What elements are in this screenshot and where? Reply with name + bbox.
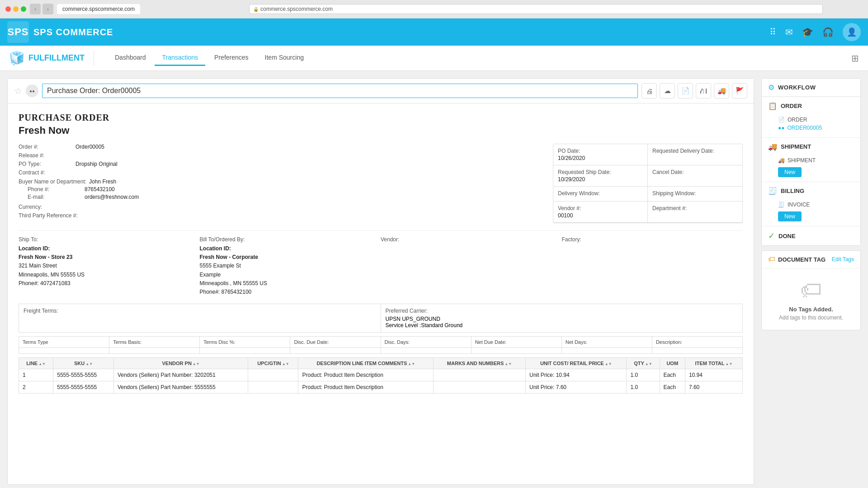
cell-uom: Each — [660, 369, 685, 381]
col-line[interactable]: LINE▲▼ — [19, 358, 53, 369]
lock-icon: 🔒 — [253, 7, 259, 12]
back-button[interactable]: ‹ — [30, 4, 41, 14]
billing-section: 🧾 BILLING 🧾 INVOICE New — [762, 182, 860, 226]
close-dot[interactable] — [5, 6, 11, 12]
toolbar-actions: 🖨 ☁ 📄 ⛙ 🚚 🚩 — [642, 83, 747, 99]
shipment-new-button[interactable]: New — [778, 167, 802, 177]
vendor-num-cell: Vendor #: 00100 — [553, 202, 648, 223]
bill-to-col: Bill To/Ordered By: Location ID: Fresh N… — [200, 236, 381, 296]
factory-col: Factory: — [562, 236, 743, 296]
tab-area: commerce.spscommerce.com — [57, 4, 245, 14]
cell-sku: 5555-5555-5555 — [53, 381, 114, 394]
document-button[interactable]: 📄 — [678, 83, 693, 99]
col-description[interactable]: DESCRIPTION LINE ITEM COMMENTS▲▼ — [298, 358, 434, 369]
window-controls — [5, 6, 26, 12]
order-doc-link: 📄 ORDER — [778, 117, 854, 123]
currency-row: Currency: — [19, 204, 544, 210]
top-navigation: SPS SPS COMMERCE ⠿ ✉ 🎓 🎧 👤 — [0, 19, 868, 46]
cell-uom: Each — [660, 381, 685, 394]
col-sku[interactable]: SKU▲▼ — [53, 358, 114, 369]
support-icon[interactable]: 🎧 — [822, 27, 834, 38]
order-link[interactable]: ●● ORDER00005 — [778, 125, 854, 131]
user-avatar[interactable]: 👤 — [843, 23, 861, 41]
order-section-body: 📄 ORDER ●● ORDER00005 — [762, 115, 860, 137]
nav-links: Dashboard Transactions Preferences Item … — [108, 50, 851, 66]
cell-item-total: 7.60 — [685, 381, 742, 394]
fulfillment-logo: 🧊 FULFILLMENT — [9, 51, 94, 66]
edit-tags-link[interactable]: Edit Tags — [832, 256, 854, 263]
description-header: Description: — [652, 337, 742, 347]
delivery-window-cell: Delivery Window: — [553, 187, 648, 202]
terms-disc-header: Terms Disc %: — [200, 337, 290, 347]
cell-unit-price: Unit Price: 7.60 — [526, 381, 627, 394]
learn-icon[interactable]: 🎓 — [802, 27, 813, 38]
invoice-doc-icon: 🧾 — [778, 202, 785, 208]
flag-button[interactable]: 🚩 — [732, 83, 747, 99]
nav-preferences[interactable]: Preferences — [207, 50, 255, 66]
truck-icon: 🚚 — [768, 142, 777, 151]
favorite-button[interactable]: ☆ — [14, 85, 22, 96]
doc-type-badge: ●● — [26, 84, 38, 97]
active-tab[interactable]: commerce.spscommerce.com — [57, 4, 140, 14]
shipment-section-header: 🚚 SHIPMENT — [762, 138, 860, 155]
forward-button[interactable]: › — [42, 4, 53, 14]
email-value: orders@freshnow.com — [85, 194, 139, 200]
contract-row: Contract #: — [19, 169, 544, 176]
shipment-doc-link: 🚚 SHIPMENT — [778, 157, 854, 164]
col-item-total[interactable]: ITEM TOTAL▲▼ — [685, 358, 742, 369]
email-label: E-mail: — [28, 194, 82, 200]
order-section: 📋 ORDER 📄 ORDER ●● ORDER00005 — [762, 97, 860, 137]
terms-type-header: Terms Type — [19, 337, 109, 347]
workflow-panel: ⚙ WORKFLOW 📋 ORDER 📄 ORDER ●● ORDER00005 — [761, 78, 861, 246]
net-days-header: Net Days: — [562, 337, 652, 347]
done-text: DONE — [778, 233, 796, 239]
order-dot-icon: ●● — [778, 125, 785, 131]
line-items-table: LINE▲▼ SKU▲▼ VENDOR PN▲▼ UPC/GTIN▲▼ DESC — [19, 357, 743, 394]
apps-icon[interactable]: ⠿ — [769, 27, 776, 38]
brand-logo: SPS SPS COMMERCE — [7, 21, 113, 43]
truck-button[interactable]: 🚚 — [714, 83, 729, 99]
col-vendor-pn[interactable]: VENDOR PN▲▼ — [113, 358, 248, 369]
invoice-doc-link: 🧾 INVOICE — [778, 202, 854, 208]
cell-marks — [434, 381, 526, 394]
order-section-title: ORDER — [781, 103, 802, 109]
po-type-value: Dropship Original — [75, 161, 118, 167]
phone-value: 8765432100 — [85, 186, 115, 192]
message-icon[interactable]: ✉ — [785, 27, 793, 38]
shipment-section: 🚚 SHIPMENT 🚚 SHIPMENT New — [762, 137, 860, 182]
col-unit-price[interactable]: UNIT COST/ RETAIL PRICE▲▼ — [526, 358, 627, 369]
document-title-input[interactable] — [42, 84, 638, 98]
done-section: ✓ DONE — [762, 226, 860, 245]
minimize-dot[interactable] — [13, 6, 19, 12]
address-section: Ship To: Location ID: Fresh Now - Store … — [19, 230, 743, 296]
col-marks[interactable]: MARKS AND NUMBERS▲▼ — [434, 358, 526, 369]
nav-item-sourcing[interactable]: Item Sourcing — [258, 50, 311, 66]
order-section-header: 📋 ORDER — [762, 97, 860, 115]
nav-dashboard[interactable]: Dashboard — [108, 50, 153, 66]
shipping-window-cell: Shipping Window: — [648, 187, 742, 202]
preferred-carrier-cell: Preferred Carrier: UPSN UPS_GROUND Servi… — [381, 304, 743, 332]
logo-icon: SPS — [7, 21, 29, 43]
print-button[interactable]: 🖨 — [642, 83, 657, 99]
cell-description: Product: Product Item Description — [298, 369, 434, 381]
grid-view-toggle[interactable]: ⊞ — [851, 53, 859, 64]
vendor-col: Vendor: — [381, 236, 562, 296]
req-delivery-cell: Requested Delivery Date: — [648, 144, 742, 165]
nav-transactions[interactable]: Transactions — [155, 50, 205, 66]
billing-new-button[interactable]: New — [778, 211, 802, 221]
browser-chrome: ‹ › commerce.spscommerce.com 🔒 commerce.… — [0, 0, 868, 19]
shipment-doc-icon: 🚚 — [778, 157, 785, 164]
address-bar[interactable]: 🔒 commerce.spscommerce.com — [249, 4, 823, 14]
order-number-row: Order #: Order00005 — [19, 144, 544, 150]
cancel-date-cell: Cancel Date: — [648, 165, 742, 187]
upload-button[interactable]: ☁ — [660, 83, 675, 99]
col-upc[interactable]: UPC/GTIN▲▼ — [248, 358, 298, 369]
po-type-row: PO Type: Dropship Original — [19, 161, 544, 167]
disc-days-header: Disc. Days: — [381, 337, 472, 347]
cell-upc — [248, 369, 298, 381]
table-row: 1 5555-5555-5555 Vendors (Sellers) Part … — [19, 369, 743, 381]
document-tag-panel: 🏷 DOCUMENT TAG Edit Tags 🏷 No Tags Added… — [761, 250, 861, 330]
org-chart-button[interactable]: ⛙ — [696, 83, 711, 99]
maximize-dot[interactable] — [21, 6, 26, 12]
col-qty[interactable]: QTY▲▼ — [627, 358, 660, 369]
